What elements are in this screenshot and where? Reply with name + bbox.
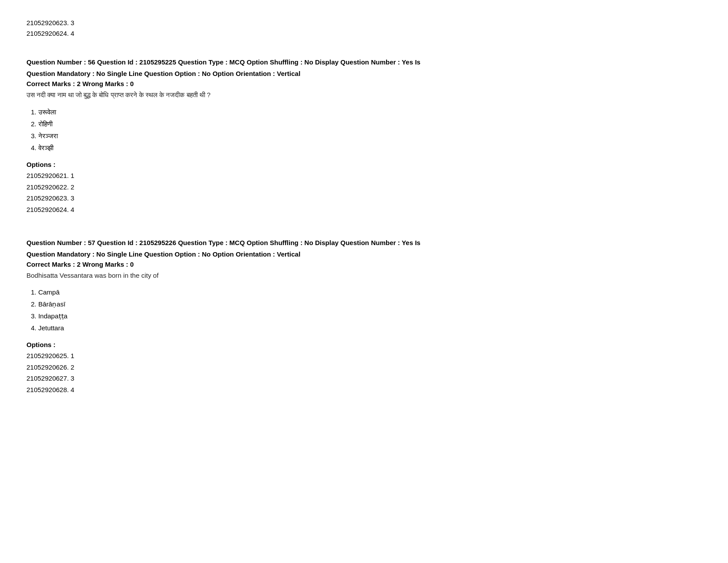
question-57-header-line2: Question Mandatory : No Single Line Ques… — [26, 249, 702, 260]
question-56-text: उस नदी क्या नाम था जो बुद्ध के बोधि प्रा… — [26, 91, 702, 99]
top-options-section: 21052920623. 3 21052920624. 4 — [26, 18, 702, 39]
question-57-option-3: 21052920627. 3 — [26, 373, 702, 384]
top-option-1: 21052920623. 3 — [26, 18, 702, 28]
question-57-options-label: Options : — [26, 341, 702, 348]
question-56-block: Question Number : 56 Question Id : 21052… — [26, 57, 702, 215]
question-56-header-line1: Question Number : 56 Question Id : 21052… — [26, 57, 702, 68]
question-56-choice-3: 3. नेरञ्जरा — [31, 130, 702, 142]
question-56-choice-4: 4. वेरञ्झी — [31, 142, 702, 154]
question-56-choice-2: 2. रोहिणी — [31, 118, 702, 130]
question-56-options-list: 21052920621. 1 21052920622. 2 2105292062… — [26, 170, 702, 215]
question-57-options-list: 21052920625. 1 21052920626. 2 2105292062… — [26, 350, 702, 395]
question-57-choice-4: 4. Jetuttara — [31, 322, 702, 334]
question-56-option-2: 21052920622. 2 — [26, 181, 702, 193]
question-57-text: Bodhisatta Vessantara was born in the ci… — [26, 272, 702, 279]
question-56-header: Question Number : 56 Question Id : 21052… — [26, 57, 702, 79]
top-option-2: 21052920624. 4 — [26, 28, 702, 39]
question-57-header-line1: Question Number : 57 Question Id : 21052… — [26, 237, 702, 249]
question-56-option-3: 21052920623. 3 — [26, 193, 702, 204]
question-57-option-4: 21052920628. 4 — [26, 384, 702, 396]
question-56-option-1: 21052920621. 1 — [26, 170, 702, 181]
question-56-option-4: 21052920624. 4 — [26, 204, 702, 215]
question-57-choice-3: 3. Indapaṭṭa — [31, 310, 702, 322]
question-56-options-label: Options : — [26, 161, 702, 168]
question-57-choices: 1. Campā 2. Bārāṇasī 3. Indapaṭṭa 4. Jet… — [26, 286, 702, 334]
question-57-marks: Correct Marks : 2 Wrong Marks : 0 — [26, 261, 702, 268]
question-57-choice-2: 2. Bārāṇasī — [31, 298, 702, 310]
question-57-option-1: 21052920625. 1 — [26, 350, 702, 362]
question-57-header: Question Number : 57 Question Id : 21052… — [26, 237, 702, 260]
question-57-choice-1: 1. Campā — [31, 286, 702, 298]
question-57-option-2: 21052920626. 2 — [26, 362, 702, 373]
question-56-marks: Correct Marks : 2 Wrong Marks : 0 — [26, 80, 702, 87]
question-57-block: Question Number : 57 Question Id : 21052… — [26, 237, 702, 395]
question-56-header-line2: Question Mandatory : No Single Line Ques… — [26, 68, 702, 79]
question-56-choices: 1. उरूवेला 2. रोहिणी 3. नेरञ्जरा 4. वेरञ… — [26, 106, 702, 154]
question-56-choice-1: 1. उरूवेला — [31, 106, 702, 118]
